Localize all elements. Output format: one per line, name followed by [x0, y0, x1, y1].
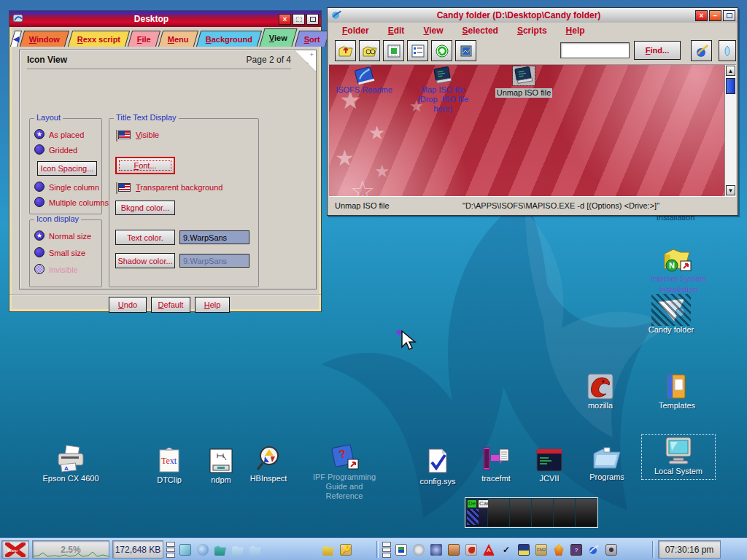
fm2-folder-tray-icon[interactable]: FM2	[535, 544, 547, 556]
tab-rexx-script[interactable]: Rexx script	[67, 31, 130, 47]
gridded-radio[interactable]	[34, 144, 44, 155]
window-list-icon[interactable]	[166, 542, 175, 558]
desktop-icon-hbinspect[interactable]: HBInspect	[233, 445, 303, 483]
drive-icon[interactable]	[719, 40, 736, 61]
scroll-down-icon[interactable]: ▼	[726, 185, 735, 195]
search-input[interactable]	[560, 42, 630, 58]
folder-up-icon[interactable]	[335, 40, 356, 61]
pager-cell-3[interactable]	[510, 499, 531, 526]
virtual-desktop-pager[interactable]: De Car	[465, 497, 598, 528]
picture-view-icon[interactable]	[455, 40, 476, 61]
file-isofs-readme[interactable]: ISOFS Readme	[329, 66, 399, 95]
file-map-iso[interactable]: Map ISO file (Drop .ISO file here)	[408, 66, 478, 114]
pager-cell-4[interactable]	[532, 499, 553, 526]
desktop-icon-ipf-guide[interactable]: ? IPF Programming Guide and Reference	[309, 443, 379, 501]
warning-triangle-tray-icon[interactable]: A	[483, 544, 495, 556]
desktop-icon-candy-folder[interactable]: Candy folder	[636, 296, 706, 335]
tab-menu[interactable]: Menu	[158, 31, 198, 47]
icon-view-icon[interactable]	[383, 40, 404, 61]
page-flip-corner[interactable]: +−	[294, 50, 316, 72]
desktop-icon-epson[interactable]: A Epson CX 4600	[36, 445, 106, 483]
candy-titlebar[interactable]: Candy folder (D:\Desktop\Candy folder) ×…	[328, 8, 738, 23]
film-help-tray-icon[interactable]: ?	[570, 544, 582, 556]
tab-window[interactable]: Window	[20, 31, 69, 47]
find-button[interactable]: Find...	[634, 41, 681, 60]
scrollbar-thumb[interactable]	[726, 78, 735, 94]
normal-size-radio[interactable]	[34, 230, 44, 241]
ecs-swoosh-tray-icon[interactable]	[588, 544, 600, 556]
pager-cell-2[interactable]	[488, 499, 509, 526]
tab-view[interactable]: View	[259, 28, 297, 47]
ghost-folder-icon-2[interactable]	[249, 544, 261, 556]
ghost-folder-icon[interactable]	[232, 544, 244, 556]
icon-spacing-button[interactable]: Icon Spacing...	[37, 161, 97, 176]
small-size-radio[interactable]	[34, 247, 44, 257]
chart-tray-icon[interactable]	[395, 544, 407, 556]
menu-edit[interactable]: Edit	[388, 26, 405, 36]
dinosaur-tray-icon[interactable]	[465, 544, 477, 556]
desktop-background[interactable]: Installation N Internet System Installat…	[0, 0, 747, 560]
tab-background[interactable]: Background	[196, 31, 261, 47]
menu-folder[interactable]: Folder	[342, 26, 369, 36]
refresh-icon[interactable]	[431, 40, 452, 61]
transparent-background-checkbox[interactable]	[118, 183, 131, 192]
menu-selected[interactable]: Selected	[462, 26, 498, 36]
text-color-button[interactable]: Text color.	[115, 230, 175, 245]
help-button[interactable]: Help	[195, 297, 230, 313]
maximize-icon[interactable]	[306, 14, 319, 25]
desktop-object-icon[interactable]	[179, 544, 191, 556]
nebula-tray-icon[interactable]	[430, 544, 442, 556]
cd-tray-icon[interactable]	[413, 544, 425, 556]
hide-icon[interactable]	[293, 14, 305, 25]
xworkplace-logo-button[interactable]: Warp	[1, 540, 29, 559]
default-button[interactable]: Default	[151, 297, 190, 313]
desktop-icon-templates[interactable]: Templates	[642, 372, 712, 411]
single-column-radio[interactable]	[34, 182, 44, 192]
scroll-up-icon[interactable]: ▲	[726, 66, 735, 76]
cpu-meter[interactable]: 2.5%	[32, 540, 109, 559]
tab-sort[interactable]: Sort	[294, 31, 329, 47]
menu-help[interactable]: Help	[566, 26, 585, 36]
desktop-icon-local-system[interactable]: Local System	[645, 438, 712, 476]
secure-folder-icon[interactable]: 🔑	[340, 544, 352, 556]
bkgnd-color-button[interactable]: Bkgnd color...	[115, 201, 175, 215]
lotus-folder-icon[interactable]	[322, 544, 334, 556]
file-unmap-iso[interactable]: Unmap ISO file	[489, 66, 559, 98]
pager-cell-5[interactable]	[554, 499, 575, 526]
minimize-icon[interactable]: −	[709, 10, 721, 21]
teal-folder-icon[interactable]	[214, 544, 226, 556]
close-icon[interactable]: ×	[279, 14, 291, 25]
camera-tray-icon[interactable]	[605, 544, 617, 556]
vertical-scrollbar[interactable]: ▲ ▼	[724, 65, 736, 196]
desktop-system-icon[interactable]	[12, 13, 24, 25]
details-view-icon[interactable]	[407, 40, 428, 61]
title-font-field[interactable]: 9.WarpSans	[179, 230, 249, 244]
maximize-icon[interactable]	[723, 10, 735, 21]
pager-mini-window-desktop[interactable]: De	[467, 499, 477, 508]
undo-button[interactable]: Undo	[109, 297, 147, 313]
pager-cell-1[interactable]: De Car	[466, 499, 487, 526]
globe-icon[interactable]	[197, 544, 209, 556]
visible-checkbox[interactable]	[118, 131, 131, 139]
folder-contents[interactable]: ★ ★ ★ ★ ★ ☆ ISOFS Readme Map ISO file (D…	[329, 65, 736, 196]
tab-file[interactable]: File	[128, 31, 160, 47]
as-placed-radio[interactable]	[34, 129, 44, 139]
keyboard-night-tray-icon[interactable]	[518, 544, 530, 556]
window-list-icon-2[interactable]	[382, 542, 391, 558]
multiple-columns-radio[interactable]	[34, 197, 44, 207]
clock[interactable]: 07:30:16 pm	[658, 540, 721, 559]
settings-titlebar[interactable]: Desktop ×	[9, 11, 321, 27]
menu-view[interactable]: View	[423, 26, 443, 36]
menu-scripts[interactable]: Scripts	[517, 26, 547, 36]
font-button[interactable]: Font...	[115, 157, 175, 174]
person-tray-icon[interactable]	[448, 544, 460, 556]
desktop-icon-programs[interactable]: Programs	[572, 443, 642, 482]
desktop-icon-internet-system[interactable]: N Internet System Installation	[643, 245, 713, 295]
ecs-launch-icon[interactable]	[691, 40, 712, 61]
ram-monitor[interactable]: 172,648 KB	[112, 540, 163, 559]
checkmark-tray-icon[interactable]: ✓	[500, 544, 512, 556]
folder-find-icon[interactable]	[359, 40, 380, 61]
pager-cell-6[interactable]	[576, 499, 597, 526]
desktop-icon-mozilla[interactable]: mozilla	[565, 372, 635, 411]
torch-tray-icon[interactable]	[553, 544, 565, 556]
